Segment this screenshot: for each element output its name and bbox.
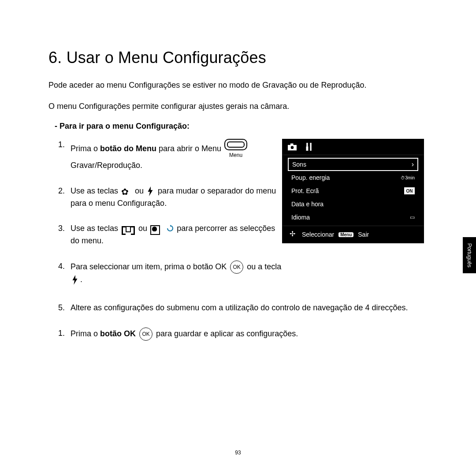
camera-tab-icon (288, 143, 297, 152)
menu-row-datetime: Data e hora (288, 197, 418, 211)
svg-marker-0 (148, 186, 153, 196)
page-number: 93 (0, 450, 476, 456)
settings-tab-icon (305, 143, 313, 152)
svg-marker-2 (73, 275, 78, 285)
menu-chip-icon: Menu (338, 232, 353, 237)
svg-point-5 (291, 146, 294, 149)
svg-rect-4 (290, 144, 294, 145)
intro-paragraph-1: Pode aceder ao menu Configurações se est… (48, 79, 428, 91)
menu-row-language: Idioma ▭ (288, 211, 418, 224)
menu-button-icon: Menu (224, 139, 247, 160)
camera-menu-screenshot: Sons › Poup. energia ⏱3min Prot. Ecrã ON… (282, 139, 424, 243)
macro-flower-icon (121, 187, 132, 195)
display-toggle-icon (122, 224, 135, 234)
ok-button-icon: OK (139, 327, 152, 341)
svg-rect-8 (310, 143, 311, 151)
language-flag-icon: ▭ (410, 214, 415, 220)
step-2: Use as teclas ou para mudar o separador … (61, 185, 282, 210)
step-3: Use as teclas ou para percorrer as selec… (61, 223, 282, 247)
svg-rect-7 (306, 146, 308, 151)
value-3min: ⏱3min (401, 175, 415, 180)
step-5: Altere as configurações do submenu com a… (61, 302, 428, 314)
dpad-icon (290, 231, 298, 238)
rotate-icon (167, 225, 174, 234)
flash-bolt-icon (147, 186, 155, 196)
on-badge: ON (404, 187, 415, 194)
intro-paragraph-2: O menu Configurações permite configurar … (48, 100, 428, 112)
face-detect-icon (150, 224, 163, 234)
menu-row-power: Poup. energia ⏱3min (288, 171, 418, 184)
ok-button-icon: OK (230, 260, 243, 274)
language-side-tab: Português (463, 237, 476, 273)
step-6: Prima o botão OK OK para guardar e aplic… (61, 327, 428, 341)
step-1: Prima o botão do Menu para abrir o Menu … (61, 139, 282, 171)
chevron-right-icon: › (412, 160, 414, 168)
subheading: - Para ir para o menu Configuração: (55, 122, 428, 131)
menu-row-screensaver: Prot. Ecrã ON (288, 184, 418, 197)
flash-bolt-icon (71, 275, 79, 285)
menu-row-sons: Sons › (288, 158, 418, 171)
step-4: Para seleccionar um item, prima o botão … (61, 260, 282, 286)
svg-rect-6 (306, 143, 308, 146)
page-title: 6. Usar o Menu Configurações (48, 48, 428, 67)
